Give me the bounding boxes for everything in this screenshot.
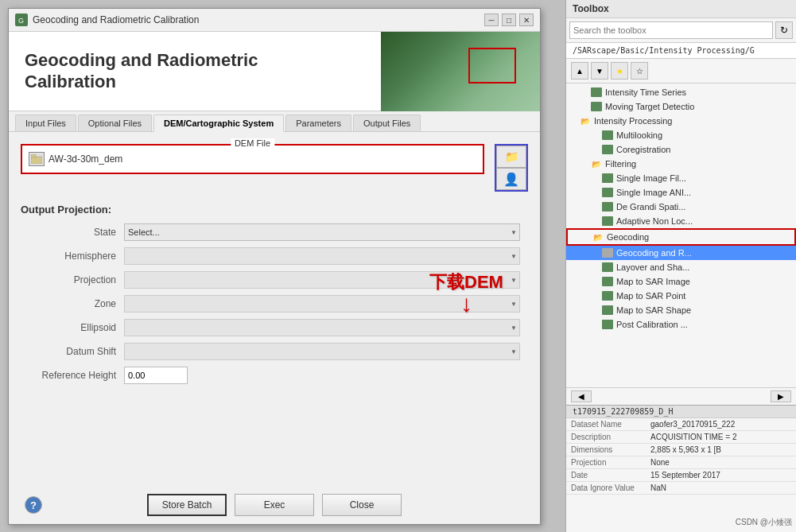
- help-button[interactable]: ?: [25, 496, 42, 514]
- tree-item-layover-shadow[interactable]: Layover and Sha...: [566, 260, 796, 274]
- datum-shift-label: Datum Shift: [29, 346, 124, 357]
- info-val-dimensions: 2,885 x 5,963 x 1 [B: [646, 444, 796, 456]
- tab-input-files[interactable]: Input Files: [15, 115, 76, 131]
- datum-shift-select-wrapper: [124, 343, 520, 360]
- info-row-date: Date 15 September 2017: [566, 469, 796, 482]
- watermark: CSDN @小矮强: [736, 517, 792, 528]
- info-val-date: 15 September 2017: [646, 469, 796, 482]
- nav-up-button[interactable]: ▲: [571, 62, 588, 80]
- folder-open-icon: 📂: [592, 231, 604, 243]
- tab-output-files[interactable]: Output Files: [353, 115, 421, 131]
- module-icon: [590, 87, 603, 98]
- info-val-dataset: gaofer3_20170915_222: [646, 418, 796, 431]
- tree-item-intensity-time-series[interactable]: Intensity Time Series: [566, 85, 796, 99]
- tree-item-single-image-ani[interactable]: Single Image ANI...: [566, 185, 796, 200]
- reference-height-input[interactable]: [124, 367, 188, 384]
- toolbox-path: /SARscape/Basic/Intensity Processing/G: [566, 43, 796, 59]
- svg-rect-3: [31, 154, 36, 157]
- nav-star-filled-button[interactable]: ★: [611, 62, 628, 80]
- tab-optional-files[interactable]: Optional Files: [78, 115, 152, 131]
- info-table: Dataset Name gaofer3_20170915_222 Descri…: [566, 418, 796, 495]
- module-icon: [601, 201, 614, 212]
- dem-file-section: DEM File: [21, 144, 484, 174]
- tree-item-map-to-sar-point[interactable]: Map to SAR Point: [566, 289, 796, 303]
- ellipsoid-select[interactable]: [124, 319, 520, 336]
- tree-item-post-calibration[interactable]: Post Calibration ...: [566, 317, 796, 332]
- toolbox-refresh-button[interactable]: ↻: [775, 21, 793, 39]
- info-row-description: Description ACQUISITION TIME = 2: [566, 431, 796, 444]
- header-image-overlay: [468, 48, 516, 83]
- nav-down-button[interactable]: ▼: [591, 62, 608, 80]
- tab-parameters[interactable]: Parameters: [285, 115, 351, 131]
- dem-right-buttons: 📁 👤: [495, 144, 528, 192]
- hemisphere-select[interactable]: [124, 247, 520, 265]
- module-icon: [601, 262, 614, 273]
- tree-item-intensity-processing[interactable]: 📂 Intensity Processing: [566, 114, 796, 128]
- close-button[interactable]: Close: [322, 494, 402, 516]
- toolbox-search-bar: ↻: [566, 18, 796, 43]
- dem-search-button[interactable]: 👤: [496, 168, 526, 190]
- info-key-projection: Projection: [566, 456, 646, 469]
- tree-item-map-to-sar-shape[interactable]: Map to SAR Shape: [566, 303, 796, 317]
- folder-open-icon: 📂: [579, 115, 592, 126]
- info-row-data-ignore: Data Ignore Value NaN: [566, 482, 796, 495]
- toolbox-panel: Toolbox ↻ /SARscape/Basic/Intensity Proc…: [565, 0, 796, 532]
- module-icon: [590, 101, 603, 112]
- ellipsoid-select-wrapper: [124, 319, 520, 336]
- tree-item-de-grandi[interactable]: De Grandi Spati...: [566, 200, 796, 214]
- arrow-annotation: 下载DEM ↓: [429, 270, 503, 317]
- info-key-description: Description: [566, 431, 646, 444]
- reference-height-label: Reference Height: [29, 370, 124, 381]
- nav-left-button[interactable]: ◀: [571, 390, 592, 402]
- projection-label: Projection: [29, 274, 124, 285]
- exec-button[interactable]: Exec: [235, 494, 314, 516]
- info-panel: t170915_222709859_D_H Dataset Name gaofe…: [566, 405, 796, 532]
- tree-item-geocoding-folder[interactable]: 📂 Geocoding: [566, 228, 796, 246]
- tree-item-multilooking[interactable]: Multilooking: [566, 128, 796, 142]
- module-icon: [601, 144, 614, 155]
- tree-item-adaptive-non-loc[interactable]: Adaptive Non Loc...: [566, 214, 796, 228]
- info-key-dataset: Dataset Name: [566, 418, 646, 431]
- module-icon: [601, 216, 614, 227]
- store-batch-button[interactable]: Store Batch: [147, 494, 227, 516]
- info-row-projection: Projection None: [566, 456, 796, 469]
- nav-right-button[interactable]: ▶: [771, 390, 791, 402]
- tree-item-single-image-fil[interactable]: Single Image Fil...: [566, 171, 796, 185]
- tab-dem-cartographic[interactable]: DEM/Cartographic System: [153, 115, 284, 132]
- toolbox-nav: ▲ ▼ ★ ☆: [566, 59, 796, 83]
- info-key-data-ignore: Data Ignore Value: [566, 482, 646, 495]
- info-val-projection: None: [646, 456, 796, 469]
- header-title: Geocoding and Radiometric Calibration: [25, 50, 365, 92]
- svg-text:G: G: [18, 17, 24, 25]
- close-window-button[interactable]: ✕: [519, 14, 534, 26]
- datum-shift-select[interactable]: [124, 343, 520, 360]
- ellipsoid-label: Ellipsoid: [29, 322, 124, 333]
- dem-file-small-icon: [29, 152, 45, 166]
- tree-item-map-to-sar-image[interactable]: Map to SAR Image: [566, 274, 796, 289]
- tree-item-moving-target[interactable]: Moving Target Detectio: [566, 99, 796, 114]
- title-bar-controls: ─ □ ✕: [484, 14, 534, 26]
- toolbox-search-input[interactable]: [569, 21, 773, 39]
- maximize-button[interactable]: □: [502, 14, 516, 26]
- output-projection-title: Output Projection:: [21, 204, 528, 216]
- content-area: DEM File 📁 👤 Output Projection:: [9, 132, 540, 402]
- folder-open-icon: 📂: [590, 158, 603, 169]
- tree-item-coregistration[interactable]: Coregistration: [566, 142, 796, 157]
- tree-item-filtering[interactable]: 📂 Filtering: [566, 157, 796, 171]
- minimize-button[interactable]: ─: [484, 14, 499, 26]
- datum-shift-row: Datum Shift: [21, 343, 528, 360]
- title-bar-left: G Geocoding and Radiometric Calibration: [15, 14, 199, 26]
- state-label: State: [29, 227, 124, 238]
- nav-star-empty-button[interactable]: ☆: [631, 62, 648, 80]
- dem-file-label: DEM File: [231, 138, 274, 148]
- module-icon: [601, 187, 614, 198]
- dem-browse-button[interactable]: 📁: [496, 146, 526, 168]
- info-val-data-ignore: NaN: [646, 482, 796, 495]
- dem-file-input[interactable]: [49, 153, 476, 165]
- info-row-dataset: Dataset Name gaofer3_20170915_222: [566, 418, 796, 431]
- tree-item-geocoding-and-r[interactable]: Geocoding and R...: [566, 246, 796, 260]
- state-select[interactable]: Select...: [124, 223, 520, 241]
- header-image: [381, 32, 540, 111]
- tree-view: Intensity Time Series Moving Target Dete…: [566, 83, 796, 387]
- module-icon: [601, 305, 614, 316]
